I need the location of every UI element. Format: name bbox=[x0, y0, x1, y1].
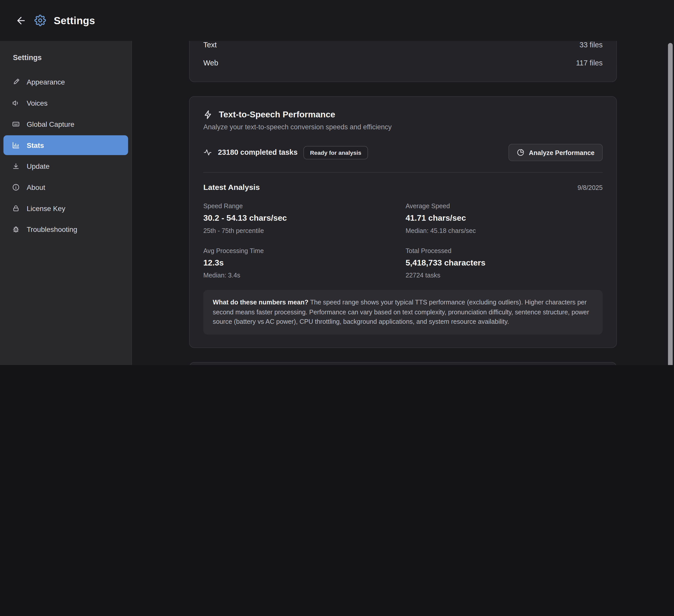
tts-performance-card: Text-to-Speech Performance Analyze your … bbox=[189, 96, 617, 348]
analysis-stat-total-processed: Total Processed5,418,733 characters22724… bbox=[406, 247, 603, 279]
sidebar-nav: AppearanceVoicesGlobal CaptureStatsUpdat… bbox=[0, 72, 131, 239]
bar-chart-icon bbox=[12, 141, 20, 149]
latest-analysis-header: Latest Analysis 9/8/2025 bbox=[203, 183, 603, 192]
latest-analysis-title: Latest Analysis bbox=[203, 183, 260, 192]
sidebar-item-update[interactable]: Update bbox=[4, 156, 128, 176]
ready-for-analysis-badge: Ready for analysis bbox=[304, 146, 368, 159]
analysis-stat-average-speed: Average Speed41.71 chars/secMedian: 45.1… bbox=[406, 202, 603, 234]
stat-sub: 25th - 75th percentile bbox=[203, 227, 401, 234]
sidebar: Settings AppearanceVoicesGlobal CaptureS… bbox=[0, 41, 132, 365]
sidebar-item-about[interactable]: About bbox=[4, 177, 128, 197]
titlebar: Settings bbox=[0, 0, 674, 41]
file-type-label: Text bbox=[203, 41, 217, 49]
stat-sub: Median: 3.4s bbox=[203, 272, 401, 279]
latest-analysis-date: 9/8/2025 bbox=[577, 184, 603, 191]
stat-label: Average Speed bbox=[406, 202, 603, 210]
info-note-bold: What do these numbers mean? bbox=[213, 299, 309, 306]
stat-label: Avg Processing Time bbox=[203, 247, 401, 254]
sidebar-item-global-capture[interactable]: Global Capture bbox=[4, 114, 128, 134]
scrollbar-thumb[interactable] bbox=[668, 43, 673, 365]
stat-value: 5,418,733 characters bbox=[406, 258, 603, 268]
main-content: Text33 filesWeb117 files Text-to-Speech … bbox=[132, 41, 674, 365]
sidebar-item-stats[interactable]: Stats bbox=[4, 135, 128, 155]
stat-value: 41.71 chars/sec bbox=[406, 213, 603, 223]
gear-icon bbox=[34, 14, 46, 26]
back-button[interactable] bbox=[15, 15, 27, 26]
analyze-performance-label: Analyze Performance bbox=[529, 149, 594, 156]
sidebar-item-troubleshooting[interactable]: Troubleshooting bbox=[4, 219, 128, 239]
sidebar-item-license-key[interactable]: License Key bbox=[4, 198, 128, 218]
file-type-label: Web bbox=[203, 59, 218, 67]
stat-value: 12.3s bbox=[203, 258, 401, 268]
stat-label: Total Processed bbox=[406, 247, 603, 254]
settings-window: Settings Settings AppearanceVoicesGlobal… bbox=[0, 0, 674, 365]
vertical-scrollbar[interactable] bbox=[668, 43, 673, 365]
pie-chart-icon bbox=[517, 149, 525, 156]
info-note: What do these numbers mean? The speed ra… bbox=[203, 290, 603, 334]
analysis-stat-avg-processing-time: Avg Processing Time12.3sMedian: 3.4s bbox=[203, 247, 401, 279]
info-icon bbox=[12, 183, 20, 191]
file-type-count: 117 files bbox=[576, 59, 603, 67]
file-type-row: Text33 files bbox=[203, 41, 603, 54]
settings-scroll-area: Text33 filesWeb117 files Text-to-Speech … bbox=[189, 41, 617, 365]
divider bbox=[203, 172, 603, 173]
sidebar-item-label: Stats bbox=[27, 141, 44, 149]
sidebar-heading: Settings bbox=[0, 41, 131, 71]
stat-sub: Median: 45.18 chars/sec bbox=[406, 227, 603, 234]
tts-card-subtitle: Analyze your text-to-speech conversion s… bbox=[203, 123, 603, 131]
file-types-card: Text33 filesWeb117 files bbox=[189, 41, 617, 82]
sidebar-item-voices[interactable]: Voices bbox=[4, 93, 128, 113]
tts-card-header: Text-to-Speech Performance bbox=[203, 110, 603, 119]
tts-card-title: Text-to-Speech Performance bbox=[219, 110, 335, 119]
file-type-row: Web117 files bbox=[203, 54, 603, 72]
completed-tasks-text: 23180 completed tasks bbox=[218, 148, 298, 157]
page-title: Settings bbox=[54, 14, 95, 26]
sidebar-item-label: Global Capture bbox=[27, 120, 74, 128]
file-type-count: 33 files bbox=[579, 41, 603, 49]
performance-monitoring-card: Performance Monitoring Real-time CPU and… bbox=[189, 362, 617, 365]
analysis-stat-speed-range: Speed Range30.2 - 54.13 chars/sec25th - … bbox=[203, 202, 401, 234]
sidebar-item-label: License Key bbox=[27, 204, 66, 212]
bug-icon bbox=[12, 225, 20, 233]
sidebar-item-label: About bbox=[27, 183, 45, 191]
sidebar-item-label: Update bbox=[27, 162, 50, 170]
speaker-icon bbox=[12, 99, 20, 107]
tasks-row: 23180 completed tasks Ready for analysis… bbox=[203, 144, 603, 161]
paintbrush-icon bbox=[12, 78, 20, 86]
keyboard-icon bbox=[12, 120, 20, 128]
lock-icon bbox=[12, 204, 20, 212]
stat-label: Speed Range bbox=[203, 202, 401, 210]
analysis-stats-grid: Speed Range30.2 - 54.13 chars/sec25th - … bbox=[203, 202, 603, 279]
analyze-performance-button[interactable]: Analyze Performance bbox=[509, 144, 603, 161]
activity-icon bbox=[203, 148, 212, 157]
sidebar-item-label: Troubleshooting bbox=[27, 225, 78, 234]
stat-sub: 22724 tasks bbox=[406, 272, 603, 279]
download-icon bbox=[12, 162, 20, 170]
sidebar-item-label: Appearance bbox=[27, 78, 65, 86]
zap-icon bbox=[203, 110, 213, 119]
sidebar-item-appearance[interactable]: Appearance bbox=[4, 72, 128, 92]
sidebar-item-label: Voices bbox=[27, 99, 47, 107]
stat-value: 30.2 - 54.13 chars/sec bbox=[203, 213, 401, 223]
